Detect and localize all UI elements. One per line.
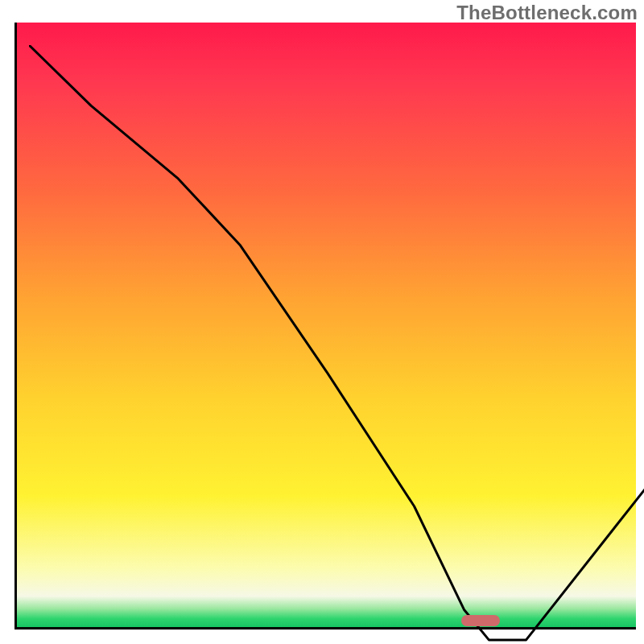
chart-canvas: TheBottleneck.com — [0, 0, 644, 644]
x-axis — [14, 627, 636, 630]
watermark-text: TheBottleneck.com — [456, 2, 638, 24]
optimum-marker — [461, 615, 500, 626]
bottleneck-curve-path — [29, 45, 644, 640]
plot-area — [14, 23, 636, 630]
y-axis — [14, 23, 17, 630]
curve-layer — [29, 45, 644, 644]
